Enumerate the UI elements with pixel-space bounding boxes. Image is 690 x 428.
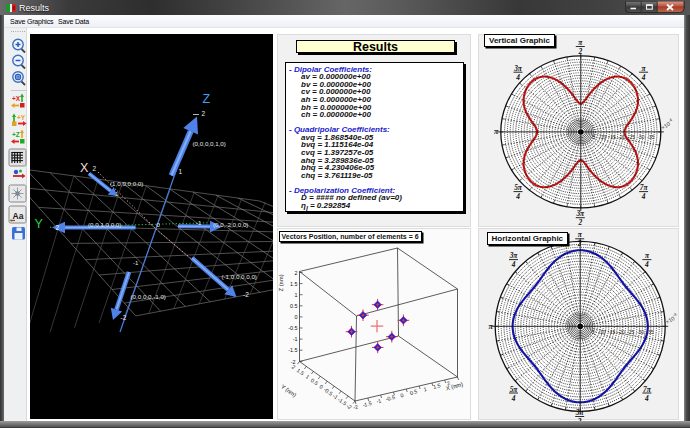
svg-text:3π: 3π: [513, 63, 523, 72]
svg-text:(0,0,0,0,-1,0): (0,0,0,0,-1,0): [131, 293, 166, 300]
svg-text:Z (nm): Z (nm): [278, 274, 284, 291]
svg-text:2: 2: [290, 363, 296, 370]
svg-text:1: 1: [304, 373, 310, 380]
svg-text:-4: -4: [667, 116, 673, 123]
svg-text:4: 4: [515, 72, 520, 81]
svg-text:2: 2: [93, 165, 97, 172]
svg-text:5π: 5π: [514, 183, 523, 192]
svg-text:5π: 5π: [509, 385, 518, 394]
svg-text:1.5: 1.5: [290, 280, 298, 286]
svg-text:-20: -20: [618, 134, 625, 140]
svg-text:-1: -1: [196, 220, 202, 226]
svg-text:0: 0: [399, 391, 403, 398]
svg-text:Y: Y: [35, 217, 44, 231]
svg-text:-2: -2: [345, 402, 352, 410]
svg-text:-10: -10: [598, 134, 605, 140]
svg-text:2: 2: [576, 239, 581, 248]
svg-text:-5: -5: [590, 329, 595, 335]
svg-text:π: π: [488, 322, 493, 331]
svg-text:-2: -2: [121, 314, 127, 321]
svg-text:-1.5: -1.5: [361, 399, 372, 407]
svg-text:-30: -30: [637, 134, 644, 140]
svg-text:2: 2: [577, 218, 582, 227]
svg-text:7π: 7π: [639, 183, 648, 192]
svg-text:(0,0,-2,0,0,0): (0,0,-2,0,0,0): [213, 221, 248, 228]
svg-text:-20: -20: [617, 329, 624, 335]
svg-text:(0,0,0,0,1,0): (0,0,0,0,1,0): [193, 140, 226, 147]
svg-text:π: π: [641, 63, 646, 72]
svg-text:π: π: [644, 251, 649, 260]
svg-text:3π: 3π: [575, 209, 585, 218]
svg-text:(-1,0,0,0,0,0): (-1,0,0,0,0,0): [222, 273, 257, 280]
svg-text:-1: -1: [133, 260, 139, 266]
svg-text:-35: -35: [646, 329, 653, 335]
svg-text:(1,0,0,0,0,0): (1,0,0,0,0,0): [110, 180, 143, 187]
svg-text:-35: -35: [646, 134, 653, 140]
svg-text:2: 2: [56, 224, 60, 231]
svg-text:4: 4: [644, 394, 649, 403]
svg-text:Aa: Aa: [13, 211, 24, 221]
svg-text:1: 1: [179, 168, 183, 175]
svg-text:1.5: 1.5: [295, 367, 305, 376]
svg-text:Z: Z: [203, 92, 211, 106]
svg-text:π: π: [578, 38, 583, 47]
svg-text:-2: -2: [243, 291, 249, 298]
svg-text:-2: -2: [352, 403, 358, 410]
svg-text:-1.5: -1.5: [288, 347, 297, 353]
svg-text:0.5: 0.5: [409, 388, 418, 396]
svg-text:Y (nm): Y (nm): [279, 383, 297, 398]
svg-text:π: π: [577, 230, 582, 239]
svg-text:X: X: [80, 161, 89, 175]
svg-text:4: 4: [515, 192, 520, 201]
svg-text:2: 2: [577, 47, 582, 56]
svg-text:-15: -15: [608, 134, 615, 140]
svg-text:-1: -1: [375, 397, 381, 404]
svg-text:4: 4: [644, 260, 649, 269]
svg-text:4: 4: [510, 260, 515, 269]
svg-text:4: 4: [510, 394, 515, 403]
svg-text:(0,0,1,0,0,0): (0,0,1,0,0,0): [88, 221, 121, 228]
svg-text:+X: +X: [12, 95, 21, 102]
svg-text:7π: 7π: [643, 385, 652, 394]
svg-text:π: π: [494, 127, 499, 136]
svg-text:2: 2: [202, 110, 206, 117]
svg-text:1: 1: [294, 291, 297, 297]
svg-text:-10: -10: [598, 329, 605, 335]
svg-text:-15: -15: [607, 329, 614, 335]
svg-text:1: 1: [422, 385, 426, 392]
svg-text:1.5: 1.5: [432, 382, 441, 390]
svg-text:+Y: +Y: [17, 114, 26, 121]
svg-text:-0.5: -0.5: [385, 393, 396, 401]
svg-text:-25: -25: [627, 134, 634, 140]
svg-text:+Z: +Z: [12, 131, 20, 138]
svg-text:2: 2: [294, 269, 297, 275]
svg-text:0: 0: [294, 313, 297, 319]
svg-text:0.5: 0.5: [309, 377, 319, 386]
svg-text:4: 4: [640, 72, 645, 81]
svg-text:-1: -1: [292, 336, 297, 342]
svg-text:-30: -30: [636, 329, 643, 335]
svg-text:-5: -5: [590, 134, 595, 140]
svg-text:4: 4: [640, 192, 645, 201]
svg-text:-0.5: -0.5: [288, 325, 297, 331]
svg-text:0.5: 0.5: [290, 302, 298, 308]
svg-text:-4: -4: [671, 311, 677, 318]
svg-text:3π: 3π: [508, 251, 518, 260]
svg-text:3π: 3π: [574, 408, 584, 417]
svg-text:-25: -25: [627, 329, 634, 335]
